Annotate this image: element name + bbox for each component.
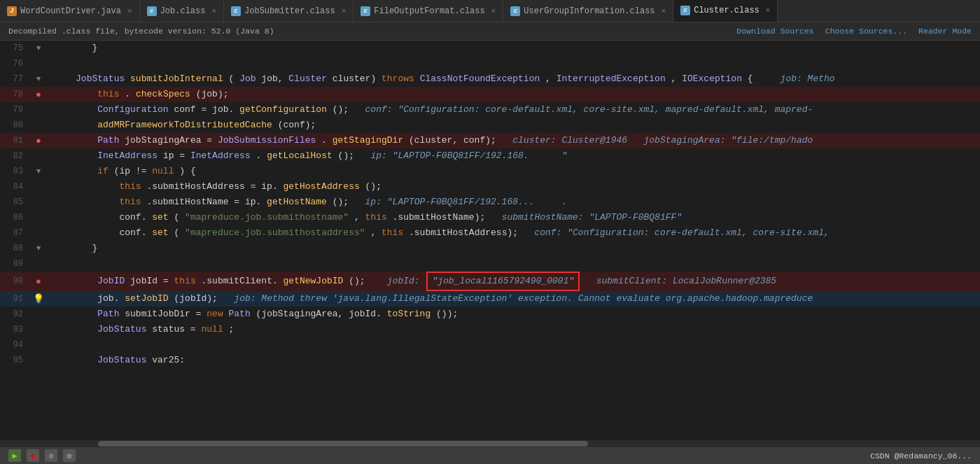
line-number: 88 <box>0 244 31 253</box>
class-icon: c <box>510 6 520 16</box>
tab-wordcount[interactable]: J WordCountDriver.java × <box>0 0 140 22</box>
java-icon: J <box>7 6 17 16</box>
line-content: this .submitHostAddress = ip. getHostAdd… <box>46 179 980 195</box>
line-number: 86 <box>0 213 31 223</box>
tab-usergroupinfo[interactable]: c UserGroupInformation.class × <box>503 0 673 22</box>
debug-icon[interactable]: 🐞 <box>27 449 39 462</box>
code-line-92: 92 Path submitJobDir = new Path (jobStag… <box>0 307 980 322</box>
line-content: Path submitJobDir = new Path (jobStaging… <box>46 307 980 322</box>
run-icon[interactable]: ▶ <box>8 449 21 462</box>
line-content: JobStatus status = null ; <box>46 322 980 337</box>
tab-label: JobSubmitter.class <box>244 6 335 16</box>
line-content: Path jobStagingArea = JobSubmissionFiles… <box>46 133 980 148</box>
code-line-94: 94 <box>0 337 980 353</box>
scrollbar-thumb[interactable] <box>98 441 588 447</box>
download-sources-link[interactable]: Download Sources <box>736 27 813 36</box>
fold-marker[interactable]: ▼ <box>31 75 46 83</box>
line-content: } <box>46 241 980 256</box>
horizontal-scrollbar[interactable] <box>0 440 980 447</box>
line-number: 82 <box>0 151 31 161</box>
line-number: 84 <box>0 182 31 192</box>
close-icon[interactable]: × <box>491 7 496 15</box>
tab-jobsubmitter[interactable]: c JobSubmitter.class × <box>224 0 354 22</box>
status-bar-left: ▶ 🐞 ⚙ ⊞ <box>8 449 76 462</box>
code-line-80: 80 addMRFrameworkToDistributedCache (con… <box>0 118 980 133</box>
code-line-90: 90 ● JobID jobId = this .submitClient. g… <box>0 272 980 291</box>
line-content: conf. set ( "mapreduce.job.submithostnam… <box>46 210 980 225</box>
line-number: 79 <box>0 105 31 115</box>
tab-label: FileOutputFormat.class <box>374 6 484 16</box>
code-line-87: 87 conf. set ( "mapreduce.job.submithost… <box>0 225 980 241</box>
code-line-83: 83 ▼ if (ip != null ) { <box>0 164 980 179</box>
line-number: 78 <box>0 90 31 99</box>
close-icon[interactable]: × <box>766 6 771 15</box>
code-line-89: 89 <box>0 256 980 272</box>
class-icon: c <box>231 6 241 16</box>
code-line-86: 86 conf. set ( "mapreduce.job.submithost… <box>0 210 980 225</box>
tab-label: WordCountDriver.java <box>20 6 121 16</box>
line-content: job. setJobID (jobId); job: Method threw… <box>46 291 980 307</box>
line-content: JobStatus var25: <box>46 353 980 368</box>
line-number: 92 <box>0 309 31 319</box>
line-number: 76 <box>0 59 31 69</box>
csdn-branding: CSDN @Redamancy_06... <box>870 451 972 461</box>
code-line-85: 85 this .submitHostName = ip. getHostNam… <box>0 195 980 210</box>
line-content: conf. set ( "mapreduce.job.submithostadd… <box>46 225 980 241</box>
status-bar: ▶ 🐞 ⚙ ⊞ CSDN @Redamancy_06... <box>0 447 980 464</box>
tab-label: UserGroupInformation.class <box>524 6 654 16</box>
line-number: 75 <box>0 43 31 53</box>
line-content: } <box>46 41 980 56</box>
status-bar-right: CSDN @Redamancy_06... <box>870 451 972 461</box>
code-line-84: 84 this .submitHostAddress = ip. getHost… <box>0 179 980 195</box>
line-number: 77 <box>0 74 31 84</box>
line-number: 83 <box>0 167 31 176</box>
reader-mode-link[interactable]: Reader Mode <box>918 27 972 36</box>
info-bar: Decompiled .class file, bytecode version… <box>0 22 980 41</box>
line-content: InetAddress ip = InetAddress . getLocalH… <box>46 148 980 164</box>
choose-sources-link[interactable]: Choose Sources... <box>825 27 907 36</box>
code-line-75: 75 ▼ } <box>0 41 980 56</box>
line-number: 87 <box>0 228 31 238</box>
line-number: 89 <box>0 259 31 269</box>
fold-marker[interactable]: ▼ <box>31 44 46 52</box>
line-number: 93 <box>0 325 31 335</box>
close-icon[interactable]: × <box>127 7 132 15</box>
code-line-77: 77 ▼ JobStatus submitJobInternal ( Job j… <box>0 71 980 87</box>
warning-marker: 💡 <box>31 293 46 304</box>
code-line-95: 95 JobStatus var25: <box>0 353 980 368</box>
line-number: 85 <box>0 197 31 207</box>
class-icon: c <box>147 6 157 16</box>
class-icon: c <box>680 6 690 15</box>
line-content: JobID jobId = this .submitClient. getNew… <box>46 272 980 291</box>
tab-fileoutputformat[interactable]: c FileOutputFormat.class × <box>354 0 503 22</box>
tab-bar: J WordCountDriver.java × c Job.class × c… <box>0 0 980 22</box>
line-number: 81 <box>0 136 31 146</box>
tab-job[interactable]: c Job.class × <box>140 0 224 22</box>
code-line-81: 81 ● Path jobStagingArea = JobSubmission… <box>0 133 980 148</box>
breakpoint-marker[interactable]: ● <box>31 276 46 287</box>
breakpoint-marker[interactable]: ● <box>31 136 46 146</box>
code-area: 75 ▼ } 76 77 ▼ JobStatus submitJobIntern… <box>0 41 980 440</box>
code-line-82: 82 InetAddress ip = InetAddress . getLoc… <box>0 148 980 164</box>
line-number: 80 <box>0 120 31 130</box>
code-editor: 75 ▼ } 76 77 ▼ JobStatus submitJobIntern… <box>0 41 980 447</box>
code-line-78: 78 ● this . checkSpecs (job); <box>0 87 980 102</box>
line-content: JobStatus submitJobInternal ( Job job, C… <box>46 71 980 87</box>
tab-cluster[interactable]: c Cluster.class × <box>673 0 778 22</box>
close-icon[interactable]: × <box>211 7 216 15</box>
code-line-91: 91 💡 job. setJobID (jobId); job: Method … <box>0 291 980 307</box>
close-icon[interactable]: × <box>662 7 666 15</box>
close-icon[interactable]: × <box>342 7 346 15</box>
line-number: 90 <box>0 276 31 286</box>
line-number: 91 <box>0 294 31 304</box>
fold-marker[interactable]: ▼ <box>31 167 46 176</box>
wrench-icon[interactable]: ⚙ <box>45 449 57 462</box>
code-line-76: 76 <box>0 56 980 71</box>
decompile-info: Decompiled .class file, bytecode version… <box>8 27 274 36</box>
class-icon: c <box>360 6 370 16</box>
fold-marker[interactable]: ▼ <box>31 244 46 253</box>
breakpoint-marker[interactable]: ● <box>31 90 46 100</box>
grid-icon[interactable]: ⊞ <box>63 449 76 462</box>
tab-label: Cluster.class <box>694 6 760 15</box>
line-content: if (ip != null ) { <box>46 164 980 179</box>
